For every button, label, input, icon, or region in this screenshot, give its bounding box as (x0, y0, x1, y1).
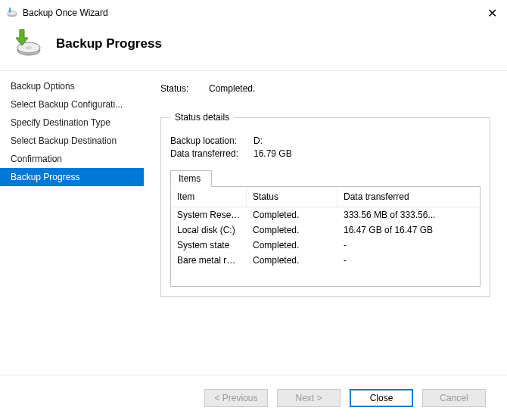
table-row: Bare metal rec... Completed. - (171, 253, 480, 268)
sidebar-item-confirmation[interactable]: Confirmation (0, 150, 144, 168)
cell-item: System state (171, 238, 247, 253)
svg-point-4 (26, 46, 32, 49)
sidebar-item-label: Confirmation (11, 154, 62, 164)
cell-status: Completed. (247, 238, 337, 253)
page-title: Backup Progress (56, 36, 162, 51)
close-icon[interactable]: ✕ (484, 6, 499, 20)
window-title: Backup Once Wizard (23, 8, 108, 18)
close-button[interactable]: Close (350, 389, 413, 407)
tab-items[interactable]: Items (170, 170, 212, 187)
cell-data-transferred: 16.47 GB of 16.47 GB (337, 222, 480, 238)
column-header-status[interactable]: Status (247, 187, 337, 207)
table-row: System Reserv... Completed. 333.56 MB of… (171, 207, 480, 222)
cell-item: Local disk (C:) (171, 222, 247, 238)
cell-data-transferred: - (337, 238, 480, 253)
tab-label: Items (179, 173, 201, 184)
backup-location-label: Backup location: (170, 135, 254, 146)
status-details-legend: Status details (170, 112, 234, 123)
main-panel: Status: Completed. Status details Backup… (144, 71, 507, 375)
items-table: Item Status Data transferred System Rese… (170, 186, 481, 287)
cell-data-transferred: - (337, 253, 480, 268)
items-table-header: Item Status Data transferred (171, 187, 480, 207)
sidebar-item-backup-progress[interactable]: Backup Progress (0, 168, 144, 186)
next-button: Next > (277, 389, 341, 407)
sidebar-item-label: Specify Destination Type (11, 117, 110, 128)
cell-data-transferred: 333.56 MB of 333.56... (337, 207, 480, 222)
table-row: Local disk (C:) Completed. 16.47 GB of 1… (171, 222, 480, 238)
wizard-steps-sidebar: Backup Options Select Backup Configurati… (0, 71, 144, 375)
app-icon (6, 6, 18, 20)
data-transferred-label: Data transferred: (170, 148, 254, 159)
backup-icon (12, 27, 42, 60)
sidebar-item-select-backup-destination[interactable]: Select Backup Destination (0, 132, 144, 150)
previous-button: < Previous (204, 389, 268, 407)
sidebar-item-label: Backup Progress (11, 172, 79, 182)
column-header-data-transferred[interactable]: Data transferred (337, 187, 480, 207)
wizard-footer: < Previous Next > Close Cancel (0, 375, 507, 420)
sidebar-item-label: Select Backup Configurati... (11, 99, 123, 110)
sidebar-item-select-backup-config[interactable]: Select Backup Configurati... (0, 95, 144, 114)
status-value: Completed. (209, 83, 255, 94)
backup-location-value: D: (254, 135, 263, 146)
table-row: System state Completed. - (171, 238, 480, 253)
cell-item: System Reserv... (171, 207, 247, 222)
wizard-header: Backup Progress (0, 23, 507, 70)
cell-item: Bare metal rec... (171, 253, 247, 268)
status-details-group: Status details Backup location: D: Data … (160, 112, 490, 297)
sidebar-item-backup-options[interactable]: Backup Options (0, 77, 144, 95)
cell-status: Completed. (247, 207, 337, 222)
status-label: Status: (160, 83, 195, 94)
sidebar-item-label: Select Backup Destination (11, 135, 117, 146)
cell-status: Completed. (247, 253, 337, 268)
cancel-button: Cancel (422, 389, 486, 407)
titlebar: Backup Once Wizard ✕ (0, 0, 507, 23)
column-header-item[interactable]: Item (171, 187, 247, 207)
sidebar-item-specify-destination-type[interactable]: Specify Destination Type (0, 114, 144, 132)
cell-status: Completed. (247, 222, 337, 238)
sidebar-item-label: Backup Options (11, 81, 75, 92)
data-transferred-value: 16.79 GB (254, 148, 292, 159)
